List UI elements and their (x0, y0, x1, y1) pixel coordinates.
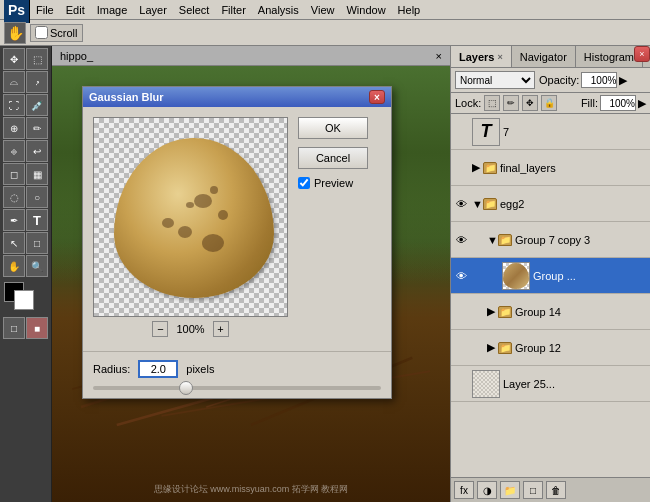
layer-folder-group7: 📁 (498, 234, 512, 246)
layers-tab-close[interactable]: × (497, 52, 502, 62)
blur-tool[interactable]: ◌ (3, 186, 25, 208)
brush-tool[interactable]: ✏ (26, 117, 48, 139)
spot-heal-tool[interactable]: ⊕ (3, 117, 25, 139)
zoom-in-button[interactable]: + (213, 321, 229, 337)
zoom-tool[interactable]: 🔍 (26, 255, 48, 277)
menu-edit[interactable]: Edit (60, 2, 91, 18)
tab-navigator[interactable]: Navigator (512, 46, 576, 67)
layer-folder-group14: 📁 (498, 306, 512, 318)
text-tool[interactable]: T (26, 209, 48, 231)
dialog-body: − 100% + OK Cancel Preview (83, 107, 391, 351)
layer-expand-group14[interactable]: ▶ (487, 305, 495, 318)
dialog-close-button[interactable]: × (369, 90, 385, 104)
layer-item-final-layers[interactable]: ▶ 📁 final_layers (451, 150, 650, 186)
hand-tool2[interactable]: ✋ (3, 255, 25, 277)
dialog-title-text: Gaussian Blur (89, 91, 164, 103)
menu-filter[interactable]: Filter (215, 2, 251, 18)
lock-transparent-icon[interactable]: ⬚ (484, 95, 500, 111)
new-fill-button[interactable]: ◑ (477, 481, 497, 499)
new-group-button[interactable]: 📁 (500, 481, 520, 499)
layer-item-group-selected[interactable]: 👁 Group ... (451, 258, 650, 294)
tab-layers[interactable]: Layers × (451, 46, 512, 67)
dialog-preview-area[interactable] (93, 117, 288, 317)
zoom-out-button[interactable]: − (152, 321, 168, 337)
delete-layer-button[interactable]: 🗑 (546, 481, 566, 499)
fill-arrow[interactable]: ▶ (638, 97, 646, 110)
menu-layer[interactable]: Layer (133, 2, 173, 18)
layer-expand-group7[interactable]: ▼ (487, 234, 495, 246)
crop-tool[interactable]: ⛶ (3, 94, 25, 116)
lock-position-icon[interactable]: ✥ (522, 95, 538, 111)
background-color[interactable] (14, 290, 34, 310)
pen-tool[interactable]: ✒ (3, 209, 25, 231)
quick-mask-off[interactable]: □ (3, 317, 25, 339)
layer-item-group7copy3[interactable]: 👁 ▼ 📁 Group 7 copy 3 (451, 222, 650, 258)
canvas-tab-close[interactable]: × (436, 50, 442, 62)
quick-mask-on[interactable]: ■ (26, 317, 48, 339)
dodge-tool[interactable]: ○ (26, 186, 48, 208)
layer-item-group12[interactable]: ▶ 📁 Group 12 (451, 330, 650, 366)
shape-tool[interactable]: □ (26, 232, 48, 254)
canvas-tab[interactable]: hippo_ × (52, 46, 450, 66)
dialog-title-bar[interactable]: Gaussian Blur × (83, 87, 391, 107)
layer-item-7[interactable]: T 7 (451, 114, 650, 150)
layers-panel: × Layers × Navigator Histogram Normal Op… (450, 46, 650, 502)
layer-eye-group12[interactable] (453, 340, 469, 356)
radius-input[interactable] (138, 360, 178, 378)
lasso-tool[interactable]: ⌓ (3, 71, 25, 93)
preview-checkbox-input[interactable] (298, 177, 310, 189)
layer-item-group14[interactable]: ▶ 📁 Group 14 (451, 294, 650, 330)
ok-button[interactable]: OK (298, 117, 368, 139)
scroll-input[interactable] (35, 26, 48, 39)
layer-name-group-sel: Group ... (533, 270, 648, 282)
lock-all-icon[interactable]: 🔒 (541, 95, 557, 111)
menu-window[interactable]: Window (340, 2, 391, 18)
layer-expand-final[interactable]: ▶ (472, 161, 480, 174)
layer-item-egg2[interactable]: 👁 ▼ 📁 egg2 (451, 186, 650, 222)
layer-eye-layer25[interactable] (453, 376, 469, 392)
panel-close-button[interactable]: × (634, 46, 650, 62)
menu-select[interactable]: Select (173, 2, 216, 18)
cancel-button[interactable]: Cancel (298, 147, 368, 169)
radius-unit: pixels (186, 363, 214, 375)
fx-button[interactable]: fx (454, 481, 474, 499)
lock-image-icon[interactable]: ✏ (503, 95, 519, 111)
layer-thumb-7: T (472, 118, 500, 146)
marquee-tool[interactable]: ⬚ (26, 48, 48, 70)
layer-eye-7[interactable] (453, 124, 469, 140)
hand-tool-icon[interactable]: ✋ (4, 22, 26, 44)
menu-analysis[interactable]: Analysis (252, 2, 305, 18)
eraser-tool[interactable]: ◻ (3, 163, 25, 185)
menu-image[interactable]: Image (91, 2, 134, 18)
path-select-tool[interactable]: ↖ (3, 232, 25, 254)
radius-control: Radius: pixels (83, 351, 391, 386)
opacity-input[interactable] (581, 72, 617, 88)
gradient-tool[interactable]: ▦ (26, 163, 48, 185)
wand-tool[interactable]: ⭎ (26, 71, 48, 93)
menu-help[interactable]: Help (392, 2, 427, 18)
blend-mode-select[interactable]: Normal (455, 71, 535, 89)
radius-slider-track[interactable] (93, 386, 381, 390)
layer-expand-group12[interactable]: ▶ (487, 341, 495, 354)
tab-histogram[interactable]: Histogram (576, 46, 643, 67)
layer-eye-group-sel[interactable]: 👁 (453, 268, 469, 284)
preview-checkbox-container[interactable]: Preview (298, 177, 353, 189)
layer-eye-group14[interactable] (453, 304, 469, 320)
layer-expand-egg2[interactable]: ▼ (472, 198, 480, 210)
new-layer-button[interactable]: □ (523, 481, 543, 499)
options-toolbar: ✋ Scroll (0, 20, 650, 46)
radius-slider-thumb[interactable] (179, 381, 193, 395)
layer-eye-final-layers[interactable] (453, 160, 469, 176)
layer-item-layer25[interactable]: Layer 25... (451, 366, 650, 402)
layer-eye-group7[interactable]: 👁 (453, 232, 469, 248)
eyedropper-tool[interactable]: 💉 (26, 94, 48, 116)
opacity-arrow[interactable]: ▶ (619, 74, 627, 87)
menu-file[interactable]: File (30, 2, 60, 18)
menu-view[interactable]: View (305, 2, 341, 18)
move-tool[interactable]: ✥ (3, 48, 25, 70)
scroll-checkbox[interactable]: Scroll (30, 24, 83, 42)
layer-eye-egg2[interactable]: 👁 (453, 196, 469, 212)
clone-tool[interactable]: ⎆ (3, 140, 25, 162)
history-brush-tool[interactable]: ↩ (26, 140, 48, 162)
fill-input[interactable] (600, 95, 636, 111)
